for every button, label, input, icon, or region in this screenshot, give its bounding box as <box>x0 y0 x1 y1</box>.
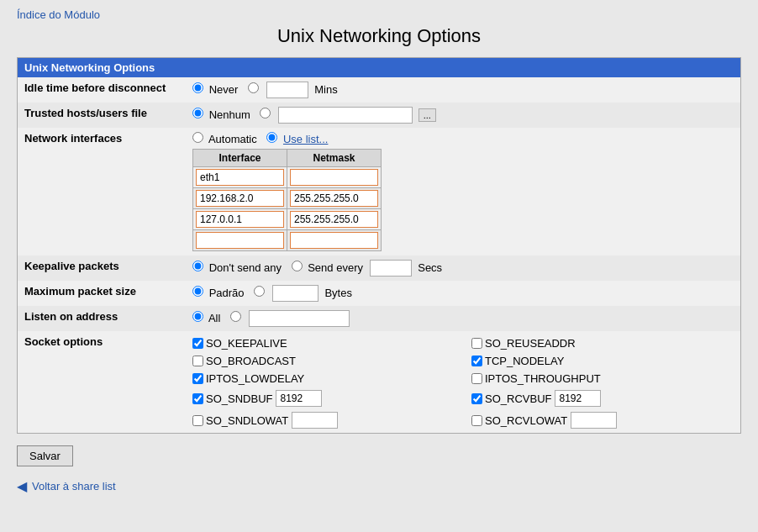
trusted-hosts-label: Trusted hosts/users file <box>18 103 186 128</box>
trusted-hosts-controls: Nenhum ... <box>186 103 740 128</box>
section-header: Unix Networking Options <box>18 58 740 77</box>
network-interface-input-1[interactable] <box>196 190 284 207</box>
network-table: Interface Netmask <box>192 149 382 251</box>
network-netmask-input-0[interactable] <box>290 169 378 186</box>
max-packet-row: Maximum packet size Padrão Bytes <box>18 281 740 306</box>
module-index-link[interactable]: Índice do Módulo <box>17 8 100 21</box>
listen-address-input[interactable] <box>249 310 350 327</box>
listen-all-label: All <box>208 312 220 324</box>
idle-never-radio[interactable] <box>192 82 203 93</box>
socket-option-checkbox-so_sndlowat[interactable] <box>192 415 203 426</box>
socket-option-checkbox-so_broadcast[interactable] <box>192 356 203 366</box>
socket-option-item-so_sndlowat: SO_SNDLOWAT <box>192 412 455 429</box>
idle-mins-radio[interactable] <box>248 82 259 93</box>
max-packet-label: Maximum packet size <box>18 281 186 306</box>
socket-option-label-tcp_nodelay: TCP_NODELAY <box>485 355 564 367</box>
network-netmask-input-2[interactable] <box>290 211 378 228</box>
keepalive-row: Keepalive packets Don't send any Send ev… <box>18 255 740 281</box>
socket-option-input-so_rcvbuf[interactable] <box>555 390 601 407</box>
keepalive-every-radio[interactable] <box>292 261 303 271</box>
socket-options-controls: SO_KEEPALIVESO_REUSEADDRSO_BROADCASTTCP_… <box>186 331 740 433</box>
socket-options-label: Socket options <box>18 331 186 433</box>
socket-option-label-iptos_throughput: IPTOS_THROUGHPUT <box>485 372 601 385</box>
socket-option-item-so_rcvlowat: SO_RCVLOWAT <box>471 412 734 429</box>
listen-custom-radio[interactable] <box>230 311 241 322</box>
maxpkt-bytes-label: Bytes <box>324 287 352 299</box>
network-interface-input-3[interactable] <box>196 232 284 249</box>
listen-address-label: Listen on address <box>18 306 186 331</box>
socket-option-checkbox-so_sndbuf[interactable] <box>192 393 203 404</box>
idle-time-row: Idle time before disconnect Never Mins <box>18 77 740 103</box>
socket-option-item-iptos_lowdelay: IPTOS_LOWDELAY <box>192 372 455 385</box>
socket-option-label-iptos_lowdelay: IPTOS_LOWDELAY <box>206 372 304 385</box>
save-button[interactable]: Salvar <box>17 445 73 466</box>
socket-option-checkbox-so_keepalive[interactable] <box>192 338 203 349</box>
network-netmask-input-3[interactable] <box>290 232 378 249</box>
back-link[interactable]: Voltar à share list <box>32 480 116 492</box>
maxpkt-custom-radio[interactable] <box>254 286 265 297</box>
netif-uselist-radio[interactable] <box>266 132 277 143</box>
netif-automatic-radio[interactable] <box>192 132 203 143</box>
socket-option-checkbox-tcp_nodelay[interactable] <box>471 356 482 366</box>
col-netmask: Netmask <box>287 150 382 167</box>
netif-automatic-label: Automatic <box>208 133 257 145</box>
idle-mins-label: Mins <box>314 83 337 96</box>
keepalive-every-label: Send every <box>308 261 363 274</box>
socket-option-input-so_sndlowat[interactable] <box>292 412 338 429</box>
back-link-row: ◀ Voltar à share list <box>17 478 741 494</box>
socket-option-item-so_rcvbuf: SO_RCVBUF <box>471 390 734 407</box>
socket-options-row: Socket options SO_KEEPALIVESO_REUSEADDRS… <box>18 331 740 433</box>
socket-option-checkbox-so_reuseaddr[interactable] <box>471 338 482 349</box>
maxpkt-value-input[interactable] <box>272 285 318 302</box>
socket-option-input-so_sndbuf[interactable] <box>276 390 322 407</box>
keepalive-label: Keepalive packets <box>18 255 186 281</box>
keepalive-secs-label: Secs <box>418 261 442 274</box>
socket-option-input-so_rcvlowat[interactable] <box>571 412 617 429</box>
listen-address-controls: All <box>186 306 740 331</box>
netif-uselist-label: Use list... <box>283 133 328 145</box>
socket-option-item-so_reuseaddr: SO_REUSEADDR <box>471 337 734 350</box>
listen-address-row: Listen on address All <box>18 306 740 331</box>
network-netmask-input-1[interactable] <box>290 190 378 207</box>
socket-option-label-so_sndbuf: SO_SNDBUF <box>206 392 272 405</box>
keepalive-secs-input[interactable] <box>370 260 412 277</box>
socket-option-item-iptos_throughput: IPTOS_THROUGHPUT <box>471 372 734 385</box>
network-interfaces-controls: Automatic Use list... Interface Netmask <box>186 128 740 255</box>
maxpkt-padrao-label: Padrão <box>209 287 245 299</box>
trusted-browse-button[interactable]: ... <box>418 108 436 122</box>
socket-option-checkbox-so_rcvlowat[interactable] <box>471 415 482 426</box>
socket-option-checkbox-so_rcvbuf[interactable] <box>471 393 482 404</box>
trusted-file-radio[interactable] <box>260 108 271 119</box>
page-title: Unix Networking Options <box>17 25 741 47</box>
maxpkt-padrao-radio[interactable] <box>192 286 203 297</box>
network-interface-input-2[interactable] <box>196 211 284 228</box>
socket-options-grid: SO_KEEPALIVESO_REUSEADDRSO_BROADCASTTCP_… <box>192 337 734 429</box>
socket-option-checkbox-iptos_lowdelay[interactable] <box>192 373 203 384</box>
network-interfaces-row: Network interfaces Automatic Use list...… <box>18 128 740 255</box>
network-interface-input-0[interactable] <box>196 169 284 186</box>
trusted-file-input[interactable] <box>278 107 413 124</box>
keepalive-controls: Don't send any Send every Secs <box>186 255 740 281</box>
trusted-nenhum-radio[interactable] <box>192 108 203 119</box>
max-packet-controls: Padrão Bytes <box>186 281 740 306</box>
listen-all-radio[interactable] <box>192 311 203 322</box>
keepalive-dontsend-label: Don't send any <box>209 261 282 274</box>
back-arrow-icon: ◀ <box>17 478 27 494</box>
socket-option-checkbox-iptos_throughput[interactable] <box>471 373 482 384</box>
idle-time-controls: Never Mins <box>186 77 740 103</box>
socket-option-label-so_sndlowat: SO_SNDLOWAT <box>206 414 288 427</box>
socket-option-label-so_rcvlowat: SO_RCVLOWAT <box>485 414 567 427</box>
socket-option-item-so_broadcast: SO_BROADCAST <box>192 355 455 367</box>
keepalive-dontsend-radio[interactable] <box>192 261 203 271</box>
socket-option-label-so_keepalive: SO_KEEPALIVE <box>206 337 287 350</box>
socket-option-item-so_keepalive: SO_KEEPALIVE <box>192 337 455 350</box>
socket-option-item-tcp_nodelay: TCP_NODELAY <box>471 355 734 367</box>
section-box: Unix Networking Options Idle time before… <box>17 57 741 434</box>
idle-never-label: Never <box>209 83 239 96</box>
trusted-hosts-row: Trusted hosts/users file Nenhum ... <box>18 103 740 128</box>
network-interfaces-label: Network interfaces <box>18 128 186 255</box>
idle-mins-input[interactable] <box>266 82 308 98</box>
socket-option-label-so_reuseaddr: SO_REUSEADDR <box>485 337 576 350</box>
col-interface: Interface <box>193 150 287 167</box>
socket-option-label-so_broadcast: SO_BROADCAST <box>206 355 296 367</box>
